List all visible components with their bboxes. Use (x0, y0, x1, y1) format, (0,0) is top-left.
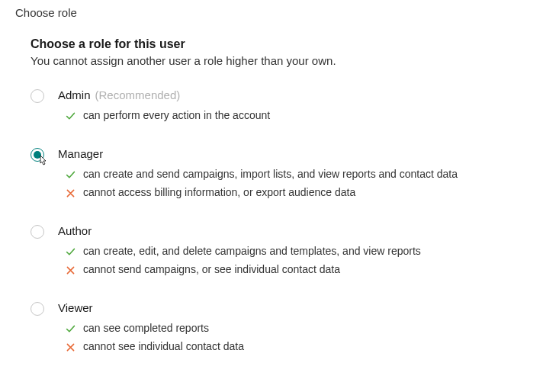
check-icon (66, 324, 76, 334)
capability-text: cannot send campaigns, or see individual… (83, 263, 340, 275)
role-option-author[interactable]: Author can create, edit, and delete camp… (31, 224, 528, 281)
role-label-viewer: Viewer (58, 301, 93, 314)
capability-row: can see completed reports (58, 322, 528, 334)
role-label-admin: Admin (58, 88, 91, 101)
role-option-viewer[interactable]: Viewer can see completed reports cannot … (31, 301, 528, 358)
role-label-manager: Manager (58, 147, 103, 160)
capability-text: cannot see individual contact data (83, 340, 244, 352)
capability-text: can create, edit, and delete campaigns a… (83, 245, 421, 257)
radio-selected-dot (34, 151, 41, 159)
capability-row: can create and send campaigns, import li… (58, 168, 528, 180)
capability-text: cannot access billing information, or ex… (83, 186, 355, 198)
cross-icon (66, 265, 76, 275)
radio-author[interactable] (31, 225, 44, 239)
capability-text: can create and send campaigns, import li… (83, 168, 458, 180)
radio-admin[interactable] (31, 89, 44, 103)
capability-text: can perform every action in the account (83, 109, 270, 121)
form-heading: Choose a role for this user (31, 37, 528, 51)
check-icon (66, 111, 76, 121)
capability-row: can create, edit, and delete campaigns a… (58, 245, 528, 257)
capability-row: can perform every action in the account (58, 109, 528, 121)
capability-row: cannot send campaigns, or see individual… (58, 263, 528, 275)
page-title: Choose role (15, 6, 528, 19)
radio-viewer[interactable] (31, 302, 44, 316)
role-option-admin[interactable]: Admin (Recommended) can perform every ac… (31, 88, 528, 127)
capability-row: cannot access billing information, or ex… (58, 186, 528, 198)
check-icon (66, 247, 76, 257)
check-icon (66, 170, 76, 180)
role-recommended-badge: (Recommended) (95, 88, 181, 101)
cross-icon (66, 342, 76, 352)
role-option-manager[interactable]: Manager can create and send campaigns, i… (31, 147, 528, 204)
form-subheading: You cannot assign another user a role hi… (31, 54, 528, 67)
radio-manager[interactable] (31, 148, 44, 162)
cross-icon (66, 188, 76, 198)
role-label-author: Author (58, 224, 92, 237)
capability-row: cannot see individual contact data (58, 340, 528, 352)
capability-text: can see completed reports (83, 322, 209, 334)
role-form: Choose a role for this user You cannot a… (15, 37, 528, 358)
